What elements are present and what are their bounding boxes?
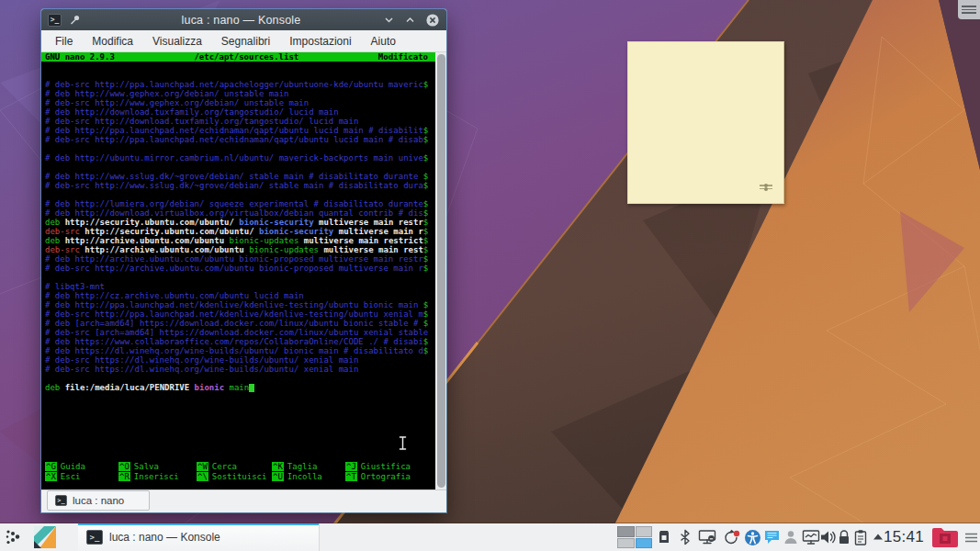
menu-item-impostazioni[interactable]: Impostazioni	[289, 35, 351, 48]
terminal-line: # deb-src http://ppa.launchpad.net/echid…	[45, 135, 435, 144]
terminal-buffer: # deb-src http://ppa.launchpad.net/apach…	[41, 62, 435, 392]
terminal-line: # deb-src http://www.sslug.dk/~grove/deb…	[45, 181, 435, 190]
desktop-2-cell[interactable]	[636, 526, 653, 537]
accessibility-icon[interactable]	[743, 528, 761, 546]
network-monitor-icon[interactable]	[802, 528, 820, 546]
menu-item-modifica[interactable]: Modifica	[92, 35, 133, 48]
menubar: FileModificaVisualizzaSegnalibriImpostaz…	[41, 30, 446, 52]
user-switcher-icon[interactable]	[782, 528, 800, 546]
maximize-button[interactable]	[404, 14, 416, 26]
desktop-4-cell[interactable]	[636, 538, 653, 549]
terminal-line: # deb https://www.collaboraoffice.com/re…	[45, 337, 435, 346]
nano-filename: /etc/apt/sources.list	[194, 52, 299, 62]
screen-sharing-icon[interactable]	[698, 528, 716, 546]
menu-item-aiuto[interactable]: Aiuto	[371, 35, 396, 48]
tab-label: luca : nano	[73, 495, 124, 506]
device-notifier-icon[interactable]	[655, 528, 673, 546]
terminal-line: # deb http://cz.archive.ubuntu.com/ubunt…	[45, 291, 435, 300]
terminal-line: deb http://archive.ubuntu.com/ubuntu bio…	[45, 236, 435, 245]
terminal-line: # libqt3-mnt	[45, 282, 435, 291]
terminal-line: # deb-src http://archive.ubuntu.com/ubun…	[45, 264, 435, 273]
terminal-line: # deb-src http://ppa.launchpad.net/kdenl…	[45, 309, 435, 319]
nano-shortcut-ortografia: ^TOrtografia	[345, 472, 432, 482]
terminal-line: # deb http://download.tuxfamily.org/tang…	[45, 107, 435, 117]
task-button-konsole[interactable]: >_ luca : nano — Konsole	[78, 523, 320, 551]
note-resize-handle[interactable]	[760, 183, 772, 194]
lock-keys-icon[interactable]	[835, 528, 853, 546]
sticky-note-widget[interactable]	[627, 41, 784, 204]
nano-shortcut-sostituisci: ^\Sostituisci	[197, 472, 272, 482]
nano-shortcut-giustifica: ^JGiustifica	[345, 462, 432, 472]
menu-item-file[interactable]: File	[55, 35, 73, 48]
terminal-line	[45, 163, 435, 172]
terminal-line: # deb http://lumiera.org/debian/ squeeze…	[45, 199, 435, 208]
menu-item-visualizza[interactable]: Visualizza	[152, 35, 202, 48]
nano-shortcut-salva: ^OSalva	[118, 462, 197, 472]
titlebar[interactable]: >_ luca : nano — Konsole	[41, 9, 446, 30]
konsole-icon: >_	[55, 495, 67, 506]
terminal-line	[45, 273, 435, 282]
app-launcher-button[interactable]	[0, 523, 28, 551]
menu-item-segnalibri[interactable]: Segnalibri	[221, 35, 270, 48]
terminal-line: deb http://security.ubuntu.com/ubuntu/ b…	[45, 218, 435, 227]
konsole-icon[interactable]: >_	[48, 14, 62, 27]
panel-menu-icon[interactable]	[962, 528, 980, 546]
nano-titlebar: GNU nano 2.9.3 /etc/apt/sources.list Mod…	[41, 52, 435, 62]
desktop-3-cell[interactable]	[617, 538, 635, 549]
terminal-line: # deb http://ppa.launchpad.net/echidnama…	[45, 126, 435, 135]
terminal-line: deb-src http://security.ubuntu.com/ubunt…	[45, 227, 435, 236]
tabbar: >_ luca : nano	[41, 489, 446, 512]
terminal-line: # deb http://www.sslug.dk/~grove/debian/…	[45, 172, 435, 181]
terminal-line: deb file:/media/luca/PENDRIVE bionic mai…	[45, 383, 435, 392]
nano-shortcut-cerca: ^WCerca	[197, 462, 272, 472]
clipboard-icon[interactable]	[851, 528, 870, 546]
bluetooth-icon[interactable]	[676, 528, 694, 546]
virtual-desktop-pager[interactable]	[617, 526, 652, 548]
desktop-1-cell[interactable]	[617, 526, 635, 537]
terminal-line: # deb-src https://dl.winehq.org/wine-bui…	[45, 365, 435, 374]
folder-sync-icon[interactable]	[931, 526, 959, 548]
task-label: luca : nano — Konsole	[109, 531, 220, 544]
nano-modified-flag: Modificato	[378, 52, 428, 62]
terminal-line	[45, 190, 435, 199]
nano-shortcut-bar: ^GGuida^OSalva^WCerca^KTaglia^JGiustific…	[45, 462, 432, 482]
nano-shortcut-esci: ^XEsci	[45, 472, 118, 482]
nano-shortcut-taglia: ^KTaglia	[272, 462, 345, 472]
tab-luca-nano[interactable]: >_ luca : nano	[47, 490, 150, 511]
nano-version: GNU nano 2.9.3	[45, 52, 115, 62]
terminal-line: # deb-src https://dl.winehq.org/wine-bui…	[45, 355, 435, 365]
terminal-line	[45, 374, 435, 383]
nano-shortcut-guida: ^GGuida	[45, 462, 118, 472]
nano-shortcut-incolla: ^UIncolla	[272, 472, 345, 482]
konsole-icon: >_	[86, 530, 103, 545]
instant-messaging-icon[interactable]	[762, 528, 781, 546]
text-cursor	[249, 384, 254, 392]
desktop-toolbox-button[interactable]	[958, 0, 980, 19]
hamburger-icon	[962, 6, 976, 7]
kicker-dots-icon	[5, 528, 23, 546]
scrollbar-thumb[interactable]	[437, 54, 445, 488]
window-title: luca : nano — Konsole	[103, 14, 379, 27]
terminal-line: # deb [arch=amd64] https://download.dock…	[45, 319, 435, 328]
pin-icon[interactable]	[69, 14, 81, 26]
minimize-button[interactable]	[383, 14, 395, 26]
terminal-line: # deb-src http://www.gephex.org/debian/ …	[45, 98, 435, 107]
terminal-line: # deb http://download.virtualbox.org/vir…	[45, 208, 435, 218]
scrollbar[interactable]	[435, 52, 446, 489]
terminal-line: # deb https://dl.winehq.org/wine-builds/…	[45, 346, 435, 355]
desktop: >_ luca : nano — Konsole	[0, 0, 980, 551]
terminal-line: # deb http://www.gephex.org/debian/ unst…	[45, 89, 435, 98]
ibeam-mouse-cursor	[398, 435, 408, 451]
folder-view-icon[interactable]	[33, 525, 57, 549]
konsole-window: >_ luca : nano — Konsole	[41, 9, 446, 512]
terminal-line: # deb-src [arch=amd64] https://download.…	[45, 328, 435, 337]
close-button[interactable]	[425, 13, 440, 28]
volume-icon[interactable]	[818, 528, 837, 546]
digital-clock[interactable]: 15:41	[884, 523, 924, 551]
software-updates-icon[interactable]	[722, 528, 740, 546]
terminal-line: # deb http://ubuntu.mirror.cambrium.nl/u…	[45, 153, 435, 163]
terminal-area[interactable]: GNU nano 2.9.3 /etc/apt/sources.list Mod…	[41, 52, 446, 489]
terminal-line	[45, 144, 435, 153]
terminal-line: # deb http://archive.ubuntu.com/ubuntu b…	[45, 254, 435, 264]
nano-shortcut-inserisci: ^RInserisci	[118, 472, 197, 482]
